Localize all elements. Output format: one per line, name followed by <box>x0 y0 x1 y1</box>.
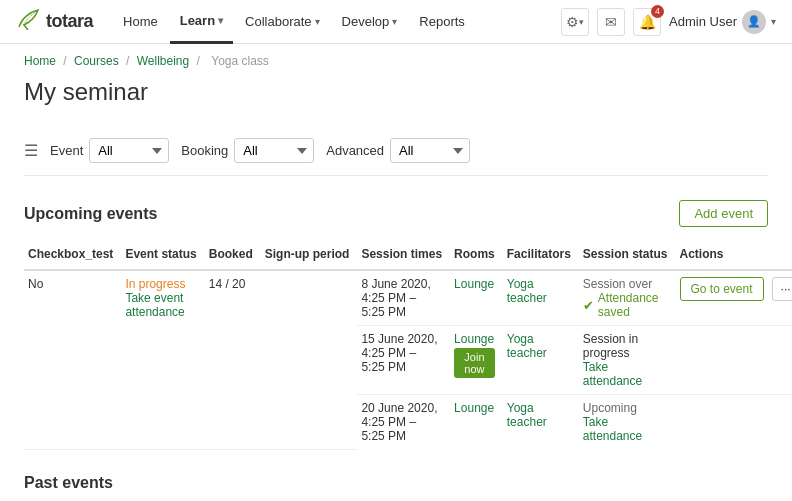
past-events-title: Past events <box>24 474 113 492</box>
more-options-button-1[interactable]: ··· <box>772 277 792 301</box>
advanced-filter-group: Advanced All <box>326 138 470 163</box>
filter-bar: ☰ Event All Booking All Advanced All <box>24 126 768 176</box>
user-dropdown-icon: ▾ <box>771 16 776 27</box>
notification-badge: 4 <box>651 5 664 18</box>
breadcrumb-wellbeing[interactable]: Wellbeing <box>137 54 189 68</box>
advanced-filter-select[interactable]: All <box>390 138 470 163</box>
nav-learn[interactable]: Learn▾ <box>170 0 233 44</box>
booking-filter-select[interactable]: All <box>234 138 314 163</box>
logo[interactable]: totara <box>16 8 93 36</box>
actions-cell-1: Go to event ··· <box>680 277 792 301</box>
user-avatar: 👤 <box>742 10 766 34</box>
mail-icon[interactable]: ✉ <box>597 8 625 36</box>
upcoming-room-1-3: Lounge <box>450 395 503 450</box>
upcoming-room-1-1: Lounge <box>450 270 503 326</box>
col-booked: Booked <box>205 239 261 270</box>
booking-filter-label: Booking <box>181 143 228 158</box>
notification-icon[interactable]: 🔔 4 <box>633 8 661 36</box>
col-actions: Actions <box>676 239 792 270</box>
upcoming-table-header-row: Checkbox_test Event status Booked Sign-u… <box>24 239 792 270</box>
breadcrumb: Home / Courses / Wellbeing / Yoga class <box>0 44 792 78</box>
upcoming-session-time-1-3: 20 June 2020, 4:25 PM – 5:25 PM <box>357 395 450 450</box>
upcoming-facilitator-1-1: Yoga teacher <box>503 270 579 326</box>
upcoming-actions-1-2 <box>676 326 792 395</box>
nav-items: Home Learn▾ Collaborate▾ Develop▾ Report… <box>113 0 561 44</box>
add-event-button[interactable]: Add event <box>679 200 768 227</box>
upcoming-events-header: Upcoming events Add event <box>24 200 768 227</box>
col-signup-period: Sign-up period <box>261 239 358 270</box>
upcoming-checkbox-test-1: No <box>24 270 121 449</box>
nav-develop[interactable]: Develop▾ <box>332 0 408 44</box>
col-checkbox-test: Checkbox_test <box>24 239 121 270</box>
event-filter-group: Event All <box>50 138 169 163</box>
col-facilitators: Facilitators <box>503 239 579 270</box>
top-navigation: totara Home Learn▾ Collaborate▾ Develop▾… <box>0 0 792 44</box>
yoga-teacher-link-1[interactable]: Yoga teacher <box>507 277 547 305</box>
upcoming-facilitator-1-2: Yoga teacher <box>503 326 579 395</box>
upcoming-booked-1: 14 / 20 <box>205 270 261 449</box>
col-rooms: Rooms <box>450 239 503 270</box>
check-icon: ✔ <box>583 298 594 313</box>
lounge-link-2[interactable]: Lounge <box>454 332 494 346</box>
upcoming-session-status-1-3: Upcoming Take attendance <box>579 395 676 450</box>
page-title: My seminar <box>24 78 768 106</box>
yoga-teacher-link-3[interactable]: Yoga teacher <box>507 401 547 429</box>
lounge-link-1[interactable]: Lounge <box>454 277 494 291</box>
col-event-status: Event status <box>121 239 204 270</box>
col-session-times: Session times <box>357 239 450 270</box>
upcoming-event-row-1-session-1: No In progress Take event attendance 14 … <box>24 270 792 326</box>
breadcrumb-courses[interactable]: Courses <box>74 54 119 68</box>
event-filter-select[interactable]: All <box>89 138 169 163</box>
upcoming-session-time-1-2: 15 June 2020, 4:25 PM – 5:25 PM <box>357 326 450 395</box>
logo-leaf-icon <box>16 8 40 36</box>
advanced-filter-label: Advanced <box>326 143 384 158</box>
upcoming-actions-1-1: Go to event ··· <box>676 270 792 326</box>
user-label: Admin User <box>669 14 737 29</box>
col-session-status: Session status <box>579 239 676 270</box>
upcoming-session-status-1-2: Session in progress Take attendance <box>579 326 676 395</box>
go-to-event-button[interactable]: Go to event <box>680 277 764 301</box>
nav-home[interactable]: Home <box>113 0 168 44</box>
user-menu[interactable]: Admin User 👤 ▾ <box>669 10 776 34</box>
nav-collaborate[interactable]: Collaborate▾ <box>235 0 330 44</box>
take-attendance-link-2[interactable]: Take attendance <box>583 360 668 388</box>
upcoming-session-time-1-1: 8 June 2020, 4:25 PM – 5:25 PM <box>357 270 450 326</box>
past-events-header: Past events <box>24 474 768 492</box>
upcoming-facilitator-1-3: Yoga teacher <box>503 395 579 450</box>
booking-filter-group: Booking All <box>181 138 314 163</box>
event-filter-label: Event <box>50 143 83 158</box>
filter-icon: ☰ <box>24 141 38 160</box>
upcoming-room-1-2: Lounge Join now <box>450 326 503 395</box>
yoga-teacher-link-2[interactable]: Yoga teacher <box>507 332 547 360</box>
take-event-attendance-link[interactable]: Take event attendance <box>125 291 196 319</box>
take-attendance-link-3[interactable]: Take attendance <box>583 415 668 443</box>
upcoming-signup-period-1 <box>261 270 358 449</box>
nav-right: ⚙ ▾ ✉ 🔔 4 Admin User 👤 ▾ <box>561 8 776 36</box>
lounge-link-3[interactable]: Lounge <box>454 401 494 415</box>
join-now-button[interactable]: Join now <box>454 348 495 378</box>
upcoming-event-status-1: In progress Take event attendance <box>121 270 204 449</box>
logo-text: totara <box>46 11 93 32</box>
upcoming-actions-1-3 <box>676 395 792 450</box>
breadcrumb-current: Yoga class <box>211 54 269 68</box>
main-content: My seminar ☰ Event All Booking All Advan… <box>0 78 792 501</box>
upcoming-events-table: Checkbox_test Event status Booked Sign-u… <box>24 239 792 450</box>
breadcrumb-home[interactable]: Home <box>24 54 56 68</box>
status-in-progress: In progress <box>125 277 185 291</box>
upcoming-events-title: Upcoming events <box>24 205 157 223</box>
attendance-saved-badge: ✔ Attendance saved <box>583 291 668 319</box>
gear-icon[interactable]: ⚙ ▾ <box>561 8 589 36</box>
upcoming-session-status-1-1: Session over ✔ Attendance saved <box>579 270 676 326</box>
nav-reports[interactable]: Reports <box>409 0 475 44</box>
